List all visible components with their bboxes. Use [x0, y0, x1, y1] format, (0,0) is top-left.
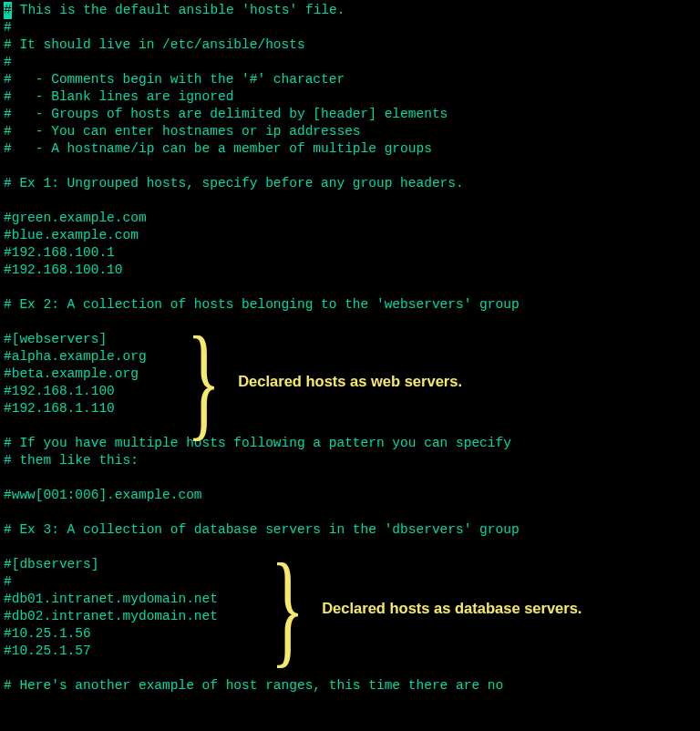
terminal-line: # It should live in /etc/ansible/hosts [4, 36, 700, 54]
terminal-line: #beta.example.org [4, 366, 700, 383]
terminal-line: #green.example.com [4, 210, 700, 227]
terminal-line: # [4, 54, 700, 71]
terminal-line: # Ex 2: A collection of hosts belonging … [4, 296, 700, 314]
terminal-line: #192.168.1.110 [4, 400, 700, 417]
terminal-line: #192.168.100.1 [4, 244, 700, 262]
terminal-line [4, 539, 700, 556]
terminal-line [4, 279, 700, 296]
terminal-line: #[dbservers] [4, 556, 700, 573]
terminal-line: # Ex 3: A collection of database servers… [4, 521, 700, 539]
terminal-line: # Here's another example of host ranges,… [4, 677, 700, 695]
terminal-line [4, 660, 700, 677]
terminal-line: #192.168.1.100 [4, 383, 700, 400]
terminal-line [4, 314, 700, 331]
terminal-line [4, 504, 700, 521]
terminal-line: # them like this: [4, 452, 700, 469]
terminal-line: #db02.intranet.mydomain.net [4, 608, 700, 625]
terminal-line: # Ex 1: Ungrouped hosts, specify before … [4, 175, 700, 192]
terminal-line: #alpha.example.org [4, 348, 700, 366]
terminal-output: # This is the default ansible 'hosts' fi… [4, 2, 700, 695]
terminal-line: # [4, 573, 700, 591]
terminal-line: # - Blank lines are ignored [4, 88, 700, 106]
terminal-line: #10.25.1.56 [4, 625, 700, 643]
cursor: # [4, 2, 12, 19]
terminal-line: #www[001:006].example.com [4, 487, 700, 504]
terminal-line: # - A hostname/ip can be a member of mul… [4, 140, 700, 158]
terminal-line [4, 158, 700, 175]
terminal-line: #10.25.1.57 [4, 643, 700, 660]
terminal-line: # This is the default ansible 'hosts' fi… [4, 2, 700, 19]
terminal-line [4, 192, 700, 210]
terminal-line [4, 417, 700, 435]
terminal-line: #[webservers] [4, 331, 700, 348]
terminal-line: # - Groups of hosts are delimited by [he… [4, 106, 700, 123]
terminal-line: # [4, 19, 700, 36]
terminal-line: #blue.example.com [4, 227, 700, 244]
terminal-line: # If you have multiple hosts following a… [4, 435, 700, 452]
terminal-line: # - You can enter hostnames or ip addres… [4, 123, 700, 140]
terminal-line [4, 469, 700, 487]
terminal-line: #192.168.100.10 [4, 262, 700, 279]
terminal-line: # - Comments begin with the '#' characte… [4, 71, 700, 88]
terminal-line: #db01.intranet.mydomain.net [4, 591, 700, 608]
